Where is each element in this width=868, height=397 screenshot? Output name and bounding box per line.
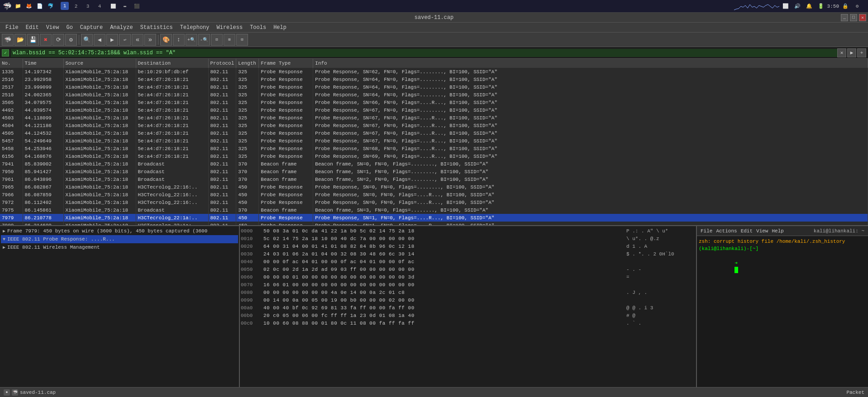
- workspace-2[interactable]: 2: [72, 2, 81, 11]
- detail-row-ieee80211[interactable]: ▼ IEEE 802.11 Probe Response: ....R...: [1, 235, 238, 243]
- menu-edit[interactable]: Edit: [22, 24, 43, 32]
- col-info[interactable]: Info: [313, 59, 868, 68]
- table-row[interactable]: 450544.124532XiaomiMobile_75:2a:185e:a4:…: [0, 129, 868, 137]
- terminal-icon[interactable]: ⬛: [132, 2, 141, 11]
- menu-analyze[interactable]: Analyze: [106, 24, 136, 32]
- col-no[interactable]: No.: [0, 59, 23, 68]
- tb-zoom-in[interactable]: +🔍: [186, 34, 197, 46]
- dolphin-taskbar-icon[interactable]: 🐬: [46, 2, 55, 11]
- table-row[interactable]: 795085.941427XiaomiMobile_75:2a:18Broadc…: [0, 168, 868, 175]
- close-btn[interactable]: ✕: [859, 14, 866, 21]
- col-frametype[interactable]: Frame Type: [259, 59, 313, 68]
- table-row[interactable]: 798086.214699XiaomiMobile_75:2a:18H3CTec…: [0, 222, 868, 226]
- tb-forward[interactable]: ▶: [106, 34, 118, 46]
- filter-apply[interactable]: ▶: [847, 48, 856, 57]
- table-row[interactable]: 796686.087859XiaomiMobile_75:2a:18H3CTec…: [0, 191, 868, 198]
- table-row[interactable]: 450344.118099XiaomiMobile_75:2a:185e:a4:…: [0, 114, 868, 122]
- tb-go[interactable]: ↩: [119, 34, 131, 46]
- main-content: No. Time Source Destination Protocol Len…: [0, 59, 868, 387]
- menu-help[interactable]: Help: [270, 24, 290, 32]
- col-len[interactable]: Length: [236, 59, 259, 68]
- table-row[interactable]: 797986.210778XiaomiMobile_75:2a:18H3CTec…: [0, 214, 868, 222]
- table-row[interactable]: 449244.039574XiaomiMobile_75:2a:185e:a4:…: [0, 106, 868, 114]
- table-row[interactable]: 615664.168676XiaomiMobile_75:2a:185e:a4:…: [0, 152, 868, 160]
- filter-input[interactable]: [11, 49, 837, 57]
- table-row[interactable]: 251723.999099XiaomiMobile_75:2a:185e:a4:…: [0, 83, 868, 91]
- tb-open[interactable]: 📂: [14, 34, 26, 46]
- tb-back[interactable]: ◀: [94, 34, 105, 46]
- tb-options[interactable]: ⚙: [65, 34, 77, 46]
- tb-zoom-out[interactable]: -🔍: [198, 34, 210, 46]
- col-dst[interactable]: Destination: [136, 59, 208, 68]
- tb-prev[interactable]: «: [132, 34, 143, 46]
- hex-bytes: 40 00 40 bf 0c 92 69 81 33 fa ff 00 00 f…: [263, 305, 623, 311]
- tb-next[interactable]: »: [144, 34, 156, 46]
- filter-badge: ✓: [2, 49, 9, 57]
- table-row[interactable]: 796186.043896XiaomiMobile_75:2a:18Broadc…: [0, 175, 868, 183]
- wireshark-taskbar-icon[interactable]: 🦈: [3, 2, 12, 11]
- term-menu-help[interactable]: Help: [772, 228, 783, 234]
- menu-go[interactable]: Go: [62, 24, 76, 32]
- packet-detail[interactable]: ▶ Frame 7979: 450 bytes on wire (3600 bi…: [0, 226, 240, 387]
- menu-wireless[interactable]: Wireless: [213, 24, 247, 32]
- table-row[interactable]: 251824.002365XiaomiMobile_75:2a:185e:a4:…: [0, 91, 868, 99]
- table-row[interactable]: 794185.839002XiaomiMobile_75:2a:18Broadc…: [0, 160, 868, 168]
- settings-icon[interactable]: ⚙: [853, 2, 862, 11]
- table-row[interactable]: 796586.082867XiaomiMobile_75:2a:18H3CTec…: [0, 183, 868, 191]
- table-row[interactable]: 133514.197342XiaomiMobile_75:2a:18be:10:…: [0, 68, 868, 76]
- table-row[interactable]: 545854.253946XiaomiMobile_75:2a:185e:a4:…: [0, 145, 868, 152]
- workspace-3[interactable]: 3: [83, 2, 92, 11]
- menu-telephony[interactable]: Telephony: [176, 24, 213, 32]
- battery-icon[interactable]: 🔋: [816, 2, 825, 11]
- tb-save[interactable]: 💾: [27, 34, 39, 46]
- menu-capture[interactable]: Capture: [76, 24, 106, 32]
- window-icon[interactable]: ⬜: [781, 2, 790, 11]
- term-menu-file[interactable]: File: [701, 228, 712, 234]
- workspace-1[interactable]: 1: [61, 2, 69, 10]
- minimize-btn[interactable]: _: [841, 14, 848, 21]
- doc-taskbar-icon[interactable]: 📄: [35, 2, 44, 11]
- detail-row-frame[interactable]: ▶ Frame 7979: 450 bytes on wire (3600 bi…: [1, 227, 238, 235]
- filemanager-taskbar-icon[interactable]: 📁: [14, 2, 23, 11]
- tb-resize[interactable]: ⊞: [224, 34, 235, 46]
- workspace-4[interactable]: 4: [95, 2, 104, 11]
- table-row[interactable]: 797286.112402XiaomiMobile_75:2a:18H3CTec…: [0, 198, 868, 206]
- tb-reload[interactable]: ⟳: [52, 34, 64, 46]
- term-menu-actions[interactable]: Actions: [716, 228, 737, 234]
- menu-statistics[interactable]: Statistics: [137, 24, 176, 32]
- detail-row-wireless[interactable]: ▶ IEEE 802.11 Wireless Management: [1, 243, 238, 251]
- tb-autoscroll[interactable]: ↕: [173, 34, 185, 46]
- menu-tools[interactable]: Tools: [246, 24, 270, 32]
- hex-offset: 0030: [241, 251, 263, 257]
- tb-find[interactable]: 🔍: [81, 34, 93, 46]
- packet-tbody: 133514.197342XiaomiMobile_75:2a:18be:10:…: [0, 68, 868, 226]
- firefox-taskbar-icon[interactable]: 🦊: [24, 2, 33, 11]
- table-row[interactable]: 797586.145861XiaomiMobile_75:2a:18Broadc…: [0, 206, 868, 214]
- tb-close[interactable]: ✖: [40, 34, 52, 46]
- notification-icon[interactable]: 🔔: [805, 2, 814, 11]
- tb-colorize[interactable]: 🎨: [160, 34, 172, 46]
- square-icon[interactable]: ⬜: [109, 2, 118, 11]
- menu-view[interactable]: View: [43, 24, 63, 32]
- table-row[interactable]: 251623.992958XiaomiMobile_75:2a:185e:a4:…: [0, 76, 868, 83]
- table-row[interactable]: 545754.249649XiaomiMobile_75:2a:185e:a4:…: [0, 137, 868, 145]
- bar-icon[interactable]: ▬: [120, 2, 129, 11]
- table-row[interactable]: 350534.079575XiaomiMobile_75:2a:185e:a4:…: [0, 99, 868, 106]
- filter-clear[interactable]: ✕: [837, 48, 846, 57]
- col-time[interactable]: Time: [23, 59, 63, 68]
- maximize-btn[interactable]: □: [850, 14, 857, 21]
- menu-file[interactable]: File: [2, 24, 22, 32]
- packet-list[interactable]: No. Time Source Destination Protocol Len…: [0, 59, 868, 226]
- col-src[interactable]: Source: [63, 59, 136, 68]
- lock-icon[interactable]: 🔒: [841, 2, 850, 11]
- term-menu-view[interactable]: View: [756, 228, 768, 234]
- tb-pane[interactable]: ⊟: [236, 34, 248, 46]
- col-proto[interactable]: Protocol: [208, 59, 236, 68]
- term-menu-edit[interactable]: Edit: [741, 228, 753, 234]
- volume-icon[interactable]: 🔊: [793, 2, 802, 11]
- filter-expand[interactable]: +: [857, 48, 866, 57]
- tb-reset-zoom[interactable]: ⊡: [211, 34, 223, 46]
- terminal-panel[interactable]: File Actions Edit View Help kali@lihanka…: [696, 226, 868, 387]
- tb-shark[interactable]: 🦈: [2, 34, 14, 46]
- table-row[interactable]: 450444.121186XiaomiMobile_75:2a:185e:a4:…: [0, 122, 868, 129]
